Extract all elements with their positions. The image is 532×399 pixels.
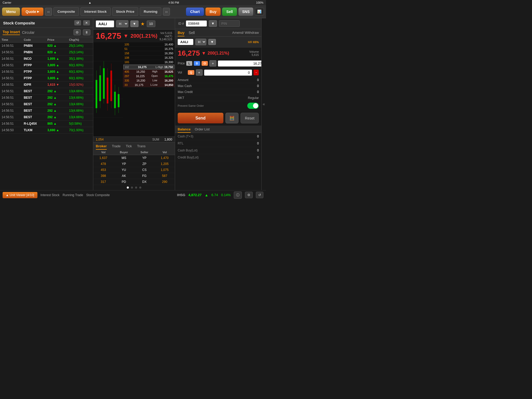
trans-tab[interactable]: Trans: [137, 144, 146, 150]
balance-tab[interactable]: Balance: [178, 127, 191, 133]
order-current-price: 16,275: [178, 49, 200, 57]
broker-table-row[interactable]: 1,637 MS YP 1,470: [93, 155, 175, 161]
stock-composite-link[interactable]: Stock Composite: [86, 193, 110, 197]
id-dropdown-button[interactable]: ▼: [209, 20, 217, 27]
broker-table-row[interactable]: 398 AK FG 587: [93, 173, 175, 179]
vol-q-button[interactable]: Q: [188, 70, 194, 75]
interest-stock-tab[interactable]: Interest Stock: [81, 7, 111, 16]
broker-table-row[interactable]: 453 YU CS 1,075: [93, 167, 175, 173]
pause-icon-button[interactable]: ⏸: [83, 29, 90, 35]
trade-tab[interactable]: Trade: [112, 144, 121, 150]
symbol-box[interactable]: AALI: [96, 21, 114, 27]
dot-2[interactable]: [131, 187, 133, 189]
broker-tab[interactable]: Broker: [96, 144, 107, 150]
dot-3[interactable]: [135, 187, 137, 189]
chart-button[interactable]: Chart: [186, 8, 204, 16]
reset-button[interactable]: Reset: [241, 113, 259, 123]
id-input[interactable]: [186, 21, 207, 26]
right-panel: ID # ▼ Buy Sell Amend/ Withdraw AALI H ▼…: [175, 18, 262, 190]
stock-table: Time Code Price Chg(%) 14:56:51 PNBN 820…: [0, 37, 93, 190]
sum-row: 1,054 SUM 1,800: [93, 136, 175, 142]
vol-minus-button[interactable]: -: [254, 70, 259, 75]
broker-table-row[interactable]: 478 YP ZP 1,205: [93, 161, 175, 167]
num-display[interactable]: 10: [147, 21, 155, 27]
sns-button[interactable]: SNS: [238, 8, 253, 16]
favorite-icon[interactable]: ★: [141, 21, 145, 27]
stock-table-row[interactable]: 14:56:51 R-LQ45X 865 ▲ 5(0.58%): [0, 121, 93, 127]
stock-table-row[interactable]: 14:56:51 INCO 1,895 ▲ 35(1.88%): [0, 56, 93, 62]
order-period-select[interactable]: H: [195, 39, 206, 45]
candle-svg: [93, 42, 123, 136]
dot-1[interactable]: [127, 187, 129, 189]
broker-col-vol2: Vol: [155, 150, 175, 155]
stock-table-row[interactable]: 14:56:51 IDPR 1,615 ▼ 15(0.92%): [0, 82, 93, 88]
price-plus-button[interactable]: +: [209, 60, 216, 66]
info-button[interactable]: ⓘ: [234, 191, 242, 199]
stock-table-row[interactable]: 14:56:51 PNBN 820 ▲ 25(3.14%): [0, 43, 93, 49]
price-row-16175: 33 16,175 L-Low 14,850: [123, 83, 175, 87]
vol-input[interactable]: [204, 70, 252, 76]
running-tab[interactable]: Running: [140, 7, 161, 16]
stock-table-row[interactable]: 14:56:51 BEST 292 ▲ 13(4.66%): [0, 114, 93, 121]
prevent-toggle[interactable]: [247, 103, 259, 109]
left-tab-bar: Top Insert Circular ⚙ ⏸: [0, 28, 93, 37]
pin-input[interactable]: [219, 20, 240, 27]
price-l-button[interactable]: L: [186, 61, 192, 66]
stock-table-row[interactable]: 14:56:51 PNBN 820 ▲ 25(3.14%): [0, 49, 93, 56]
sell-button[interactable]: Sell: [222, 8, 237, 16]
max-cash-value: 0: [257, 84, 259, 88]
stock-table-row[interactable]: 14:56:51 BEST 292 ▲ 13(4.66%): [0, 108, 93, 114]
order-list-tab[interactable]: Order List: [195, 127, 210, 133]
vol-plus-button[interactable]: +: [196, 69, 203, 76]
middle-panel: AALI H D W ▼ ★ 10 16,275 ▼ 200(1.21%) Vo…: [93, 18, 175, 190]
svg-rect-18: [118, 94, 119, 107]
vol-label: Vol 5,615: [159, 31, 172, 35]
send-button[interactable]: Send: [178, 113, 223, 123]
nav-prev-button[interactable]: ‹‹: [45, 8, 52, 16]
price-row-16300: 165 16,300: [123, 60, 175, 64]
unit-viewer-button[interactable]: ▲ Unit Viewer [4/10]: [3, 192, 37, 198]
running-trade-link[interactable]: Running Trade: [63, 193, 83, 197]
buy-button[interactable]: Buy: [205, 8, 221, 16]
order-symbol[interactable]: AALI: [178, 39, 193, 45]
stock-table-row[interactable]: 14:56:51 BEST 292 ▲ 13(4.66%): [0, 95, 93, 101]
amend-tab[interactable]: Amend/ Withdraw: [232, 31, 259, 36]
volume-info: Vol 5,615 Val(T) 9,148,523: [159, 31, 172, 41]
order-price-display: 16,275 ▼ 200(1.21%) Volume 5,615: [175, 48, 262, 59]
interest-stock-link[interactable]: Interest Stock: [41, 193, 59, 197]
nav-next-button[interactable]: ››: [163, 8, 170, 16]
composite-tab[interactable]: Composite: [54, 7, 79, 16]
stock-table-row[interactable]: 14:56:51 PTPP 3,805 ▲ 60(1.60%): [0, 62, 93, 69]
stock-table-row[interactable]: 14:56:51 BEST 292 ▲ 13(4.66%): [0, 88, 93, 95]
circular-tab[interactable]: Circular: [22, 30, 35, 35]
collapse-icon[interactable]: «: [263, 102, 265, 107]
refresh-bottom-button[interactable]: ↺: [256, 192, 263, 198]
chart-icon-button[interactable]: 📊: [255, 8, 264, 15]
stock-table-row[interactable]: 14:56:51 BEST 292 ▲ 13(4.66%): [0, 101, 93, 108]
vol-input-row: Vol Q + -: [175, 68, 262, 77]
menu-button[interactable]: Menu: [2, 8, 20, 16]
order-period-dropdown[interactable]: ▼: [208, 39, 216, 45]
order-header: ID # ▼: [175, 18, 262, 29]
sell-tab[interactable]: Sell: [189, 31, 195, 36]
buy-tab[interactable]: Buy: [178, 31, 184, 36]
stock-table-row[interactable]: 14:56:50 TLKM 3,690 ▲ 70(1.93%): [0, 127, 93, 134]
close-button[interactable]: ✕: [83, 20, 90, 25]
stock-table-row[interactable]: 14:56:51 PTPP 3,805 ▲ 60(1.60%): [0, 75, 93, 82]
stock-table-row[interactable]: 14:56:51 PTPP 3,805 ▲ 60(1.60%): [0, 69, 93, 75]
price-o-button[interactable]: O: [202, 61, 208, 66]
calculator-button[interactable]: 🧮: [225, 113, 238, 123]
refresh-button[interactable]: ↺: [74, 20, 81, 25]
settings-bottom-button[interactable]: ⚙: [245, 192, 253, 198]
broker-table-row[interactable]: 317 PD DX 290: [93, 179, 175, 185]
price-input[interactable]: [218, 61, 262, 66]
price-b-button[interactable]: B: [194, 61, 200, 66]
settings-icon-button[interactable]: ⚙: [74, 29, 81, 35]
dot-4[interactable]: [139, 187, 141, 189]
stock-price-tab[interactable]: Stock Price: [112, 7, 138, 16]
tick-tab[interactable]: Tick: [126, 144, 132, 150]
top-insert-tab[interactable]: Top Insert: [3, 30, 20, 35]
quote-button[interactable]: Quote ▶: [22, 8, 43, 16]
period-dropdown[interactable]: ▼: [130, 21, 138, 27]
period-select[interactable]: H D W: [116, 20, 128, 27]
